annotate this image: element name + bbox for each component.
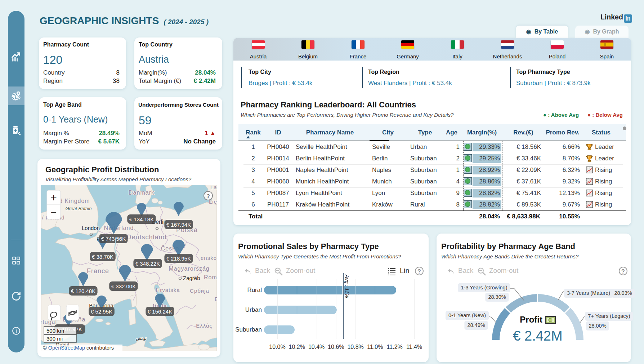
svg-text:تونس: تونس <box>136 336 147 341</box>
svg-text:€ 38.70K: € 38.70K <box>92 254 113 260</box>
svg-text:€ 218.95K: € 218.95K <box>166 256 191 262</box>
svg-text:€ 120.48K: € 120.48K <box>71 288 95 294</box>
svg-text:Zagreb: Zagreb <box>183 275 200 281</box>
svg-text:France: France <box>87 267 109 275</box>
svg-text:€ 52.95K: € 52.95K <box>91 308 112 315</box>
svg-text:Hrvatska: Hrvatska <box>156 287 180 293</box>
svg-text:€ 156.24K: € 156.24K <box>148 308 172 315</box>
svg-text:?: ? <box>206 193 210 199</box>
svg-text:300 mi: 300 mi <box>46 336 63 342</box>
svg-text:Ελλάς: Ελλάς <box>196 323 213 329</box>
svg-text:Magyarország: Magyarország <box>169 266 209 272</box>
svg-text:© OpenStreetMap contributors: © OpenStreetMap contributors <box>43 345 114 351</box>
svg-text:Great Britain: Great Britain <box>66 206 92 211</box>
svg-text:Latv: Latv <box>210 185 217 190</box>
svg-text:500 km: 500 km <box>46 328 64 334</box>
svg-text:€ 743.56K: € 743.56K <box>101 236 126 242</box>
svg-text:Deutschland: Deutschland <box>126 234 166 241</box>
svg-text:London: London <box>82 225 100 231</box>
svg-text:ed Kingdom: ed Kingdom <box>55 198 90 204</box>
svg-text:Србија: Србија <box>190 288 209 294</box>
svg-text:ensko: ensko <box>201 255 217 261</box>
svg-text:+: + <box>50 192 57 204</box>
svg-text:€ 348.22K: € 348.22K <box>135 261 160 267</box>
svg-text:Danmark: Danmark <box>129 190 155 196</box>
svg-text:−: − <box>51 207 57 218</box>
svg-text:€ 134.18K: € 134.18K <box>129 216 154 222</box>
svg-text:Rom: Rom <box>204 274 217 280</box>
svg-text:€ 167.94K: € 167.94K <box>166 222 191 228</box>
svg-text:€ 332.00K: € 332.00K <box>111 283 136 289</box>
svg-text:Б: Б <box>215 296 217 302</box>
svg-text:Nederland: Nederland <box>104 225 134 231</box>
